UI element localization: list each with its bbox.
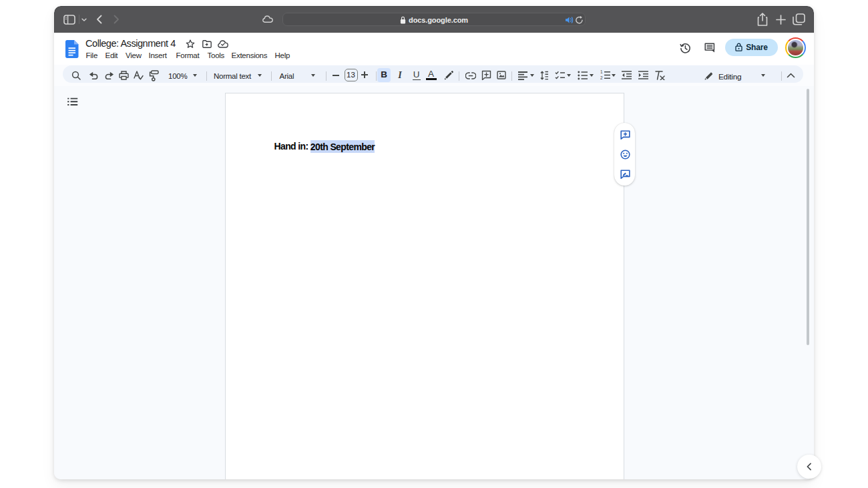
svg-text:2: 2 xyxy=(600,75,603,80)
svg-text:1: 1 xyxy=(600,70,603,74)
